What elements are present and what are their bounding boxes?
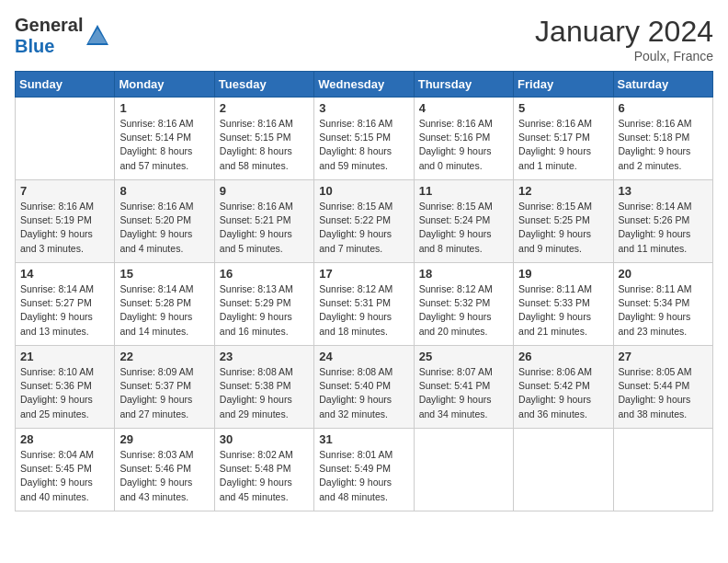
calendar-cell: 1Sunrise: 8:16 AMSunset: 5:14 PMDaylight…: [115, 98, 214, 180]
day-number: 30: [220, 432, 309, 446]
day-info: Sunrise: 8:09 AMSunset: 5:37 PMDaylight:…: [119, 365, 209, 421]
calendar-cell: 18Sunrise: 8:12 AMSunset: 5:32 PMDayligh…: [414, 263, 513, 346]
day-info: Sunrise: 8:10 AMSunset: 5:36 PMDaylight:…: [20, 365, 109, 421]
day-number: 14: [20, 267, 109, 281]
calendar-cell: 22Sunrise: 8:09 AMSunset: 5:37 PMDayligh…: [115, 346, 214, 429]
day-info: Sunrise: 8:16 AMSunset: 5:16 PMDaylight:…: [419, 117, 508, 173]
day-number: 21: [20, 350, 109, 363]
calendar-cell: 9Sunrise: 8:16 AMSunset: 5:21 PMDaylight…: [214, 180, 313, 263]
day-info: Sunrise: 8:07 AMSunset: 5:41 PMDaylight:…: [419, 365, 508, 421]
day-info: Sunrise: 8:12 AMSunset: 5:31 PMDaylight:…: [319, 282, 408, 339]
svg-marker-1: [88, 29, 107, 43]
day-info: Sunrise: 8:14 AMSunset: 5:26 PMDaylight:…: [619, 200, 708, 256]
day-info: Sunrise: 8:16 AMSunset: 5:14 PMDaylight:…: [119, 117, 209, 173]
day-info: Sunrise: 8:15 AMSunset: 5:24 PMDaylight:…: [419, 200, 508, 256]
day-number: 20: [619, 267, 708, 281]
month-title: January 2024: [535, 15, 713, 49]
calendar-week-4: 21Sunrise: 8:10 AMSunset: 5:36 PMDayligh…: [16, 346, 713, 429]
day-info: Sunrise: 8:04 AMSunset: 5:45 PMDaylight:…: [20, 448, 109, 504]
day-info: Sunrise: 8:14 AMSunset: 5:28 PMDaylight:…: [119, 282, 209, 339]
weekday-header-wednesday: Wednesday: [314, 72, 414, 98]
calendar-cell: 7Sunrise: 8:16 AMSunset: 5:19 PMDaylight…: [16, 180, 115, 263]
calendar-cell: 11Sunrise: 8:15 AMSunset: 5:24 PMDayligh…: [414, 180, 513, 263]
day-info: Sunrise: 8:12 AMSunset: 5:32 PMDaylight:…: [419, 282, 508, 339]
calendar-cell: 26Sunrise: 8:06 AMSunset: 5:42 PMDayligh…: [514, 346, 613, 429]
day-number: 7: [20, 184, 109, 198]
calendar-cell: 28Sunrise: 8:04 AMSunset: 5:45 PMDayligh…: [16, 429, 115, 511]
day-number: 8: [119, 184, 209, 198]
day-info: Sunrise: 8:16 AMSunset: 5:21 PMDaylight:…: [220, 200, 309, 256]
calendar-cell: [514, 429, 613, 511]
day-number: 13: [619, 184, 708, 198]
calendar-cell: 2Sunrise: 8:16 AMSunset: 5:15 PMDaylight…: [214, 98, 313, 180]
calendar-cell: 6Sunrise: 8:16 AMSunset: 5:18 PMDaylight…: [613, 98, 712, 180]
day-info: Sunrise: 8:11 AMSunset: 5:33 PMDaylight:…: [518, 282, 608, 339]
day-number: 26: [518, 350, 608, 363]
weekday-header-row: SundayMondayTuesdayWednesdayThursdayFrid…: [16, 72, 713, 98]
calendar-cell: 25Sunrise: 8:07 AMSunset: 5:41 PMDayligh…: [414, 346, 513, 429]
day-info: Sunrise: 8:02 AMSunset: 5:48 PMDaylight:…: [220, 448, 309, 504]
calendar-cell: 15Sunrise: 8:14 AMSunset: 5:28 PMDayligh…: [115, 263, 214, 346]
calendar-week-2: 7Sunrise: 8:16 AMSunset: 5:19 PMDaylight…: [16, 180, 713, 263]
day-number: 23: [220, 350, 309, 363]
day-number: 16: [220, 267, 309, 281]
day-info: Sunrise: 8:16 AMSunset: 5:15 PMDaylight:…: [319, 117, 408, 173]
weekday-header-thursday: Thursday: [414, 72, 513, 98]
day-number: 17: [319, 267, 408, 281]
day-number: 11: [419, 184, 508, 198]
calendar-cell: 16Sunrise: 8:13 AMSunset: 5:29 PMDayligh…: [214, 263, 313, 346]
weekday-header-monday: Monday: [115, 72, 214, 98]
day-number: 19: [518, 267, 608, 281]
day-number: 24: [319, 350, 408, 363]
day-info: Sunrise: 8:16 AMSunset: 5:19 PMDaylight:…: [20, 200, 109, 256]
calendar-cell: 31Sunrise: 8:01 AMSunset: 5:49 PMDayligh…: [314, 429, 414, 511]
calendar-cell: 23Sunrise: 8:08 AMSunset: 5:38 PMDayligh…: [214, 346, 313, 429]
day-number: 12: [518, 184, 608, 198]
day-number: 10: [319, 184, 408, 198]
calendar-cell: 27Sunrise: 8:05 AMSunset: 5:44 PMDayligh…: [613, 346, 712, 429]
day-number: 2: [220, 101, 309, 115]
day-number: 6: [619, 101, 708, 115]
day-number: 31: [319, 432, 408, 446]
calendar-table: SundayMondayTuesdayWednesdayThursdayFrid…: [15, 71, 713, 511]
day-number: 1: [119, 101, 209, 115]
day-info: Sunrise: 8:15 AMSunset: 5:22 PMDaylight:…: [319, 200, 408, 256]
calendar-cell: 24Sunrise: 8:08 AMSunset: 5:40 PMDayligh…: [314, 346, 414, 429]
weekday-header-sunday: Sunday: [16, 72, 115, 98]
day-info: Sunrise: 8:03 AMSunset: 5:46 PMDaylight:…: [119, 448, 209, 504]
calendar-cell: 21Sunrise: 8:10 AMSunset: 5:36 PMDayligh…: [16, 346, 115, 429]
day-info: Sunrise: 8:01 AMSunset: 5:49 PMDaylight:…: [319, 448, 408, 504]
calendar-cell: 29Sunrise: 8:03 AMSunset: 5:46 PMDayligh…: [115, 429, 214, 511]
calendar-cell: 8Sunrise: 8:16 AMSunset: 5:20 PMDaylight…: [115, 180, 214, 263]
weekday-header-tuesday: Tuesday: [214, 72, 313, 98]
logo-general: General: [15, 15, 83, 35]
calendar-cell: 14Sunrise: 8:14 AMSunset: 5:27 PMDayligh…: [16, 263, 115, 346]
calendar-week-1: 1Sunrise: 8:16 AMSunset: 5:14 PMDaylight…: [16, 98, 713, 180]
weekday-header-friday: Friday: [514, 72, 613, 98]
day-info: Sunrise: 8:08 AMSunset: 5:38 PMDaylight:…: [220, 365, 309, 421]
day-number: 22: [119, 350, 209, 363]
calendar-cell: 5Sunrise: 8:16 AMSunset: 5:17 PMDaylight…: [514, 98, 613, 180]
calendar-cell: 17Sunrise: 8:12 AMSunset: 5:31 PMDayligh…: [314, 263, 414, 346]
weekday-header-saturday: Saturday: [613, 72, 712, 98]
calendar-week-5: 28Sunrise: 8:04 AMSunset: 5:45 PMDayligh…: [16, 429, 713, 511]
day-info: Sunrise: 8:16 AMSunset: 5:15 PMDaylight:…: [220, 117, 309, 173]
day-info: Sunrise: 8:16 AMSunset: 5:20 PMDaylight:…: [119, 200, 209, 256]
logo-icon: [85, 23, 110, 49]
day-info: Sunrise: 8:16 AMSunset: 5:18 PMDaylight:…: [619, 117, 708, 173]
day-info: Sunrise: 8:14 AMSunset: 5:27 PMDaylight:…: [20, 282, 109, 339]
day-info: Sunrise: 8:05 AMSunset: 5:44 PMDaylight:…: [619, 365, 708, 421]
day-info: Sunrise: 8:13 AMSunset: 5:29 PMDaylight:…: [220, 282, 309, 339]
day-number: 29: [119, 432, 209, 446]
day-info: Sunrise: 8:15 AMSunset: 5:25 PMDaylight:…: [518, 200, 608, 256]
calendar-cell: 10Sunrise: 8:15 AMSunset: 5:22 PMDayligh…: [314, 180, 414, 263]
logo-text: General Blue: [15, 15, 83, 57]
day-info: Sunrise: 8:11 AMSunset: 5:34 PMDaylight:…: [619, 282, 708, 339]
day-number: 15: [119, 267, 209, 281]
calendar-cell: [16, 98, 115, 180]
calendar-cell: 12Sunrise: 8:15 AMSunset: 5:25 PMDayligh…: [514, 180, 613, 263]
page-header: General Blue January 2024 Poulx, France: [15, 15, 713, 63]
location: Poulx, France: [535, 49, 713, 63]
calendar-cell: [414, 429, 513, 511]
day-number: 27: [619, 350, 708, 363]
